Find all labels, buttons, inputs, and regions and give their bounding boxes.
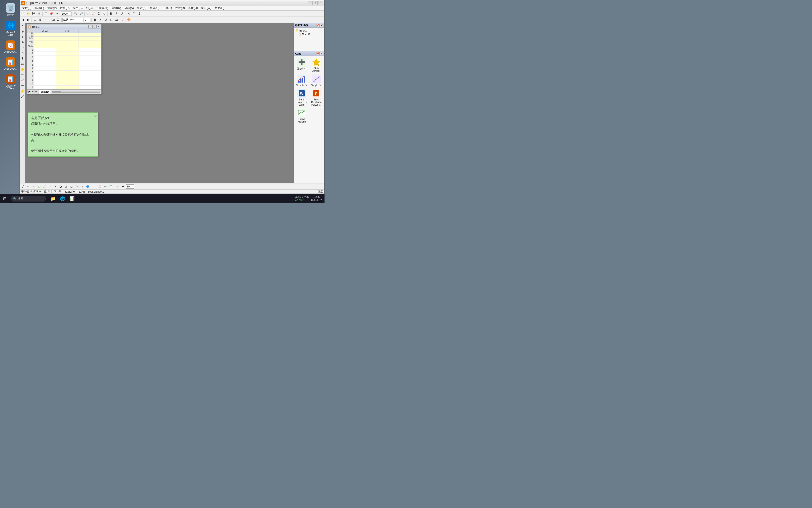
cell-b11[interactable]	[56, 86, 79, 89]
open-file-btn[interactable]: 📂	[26, 11, 31, 16]
pie-chart-btn[interactable]: ◕	[58, 184, 63, 189]
undo-btn[interactable]: ↩	[54, 11, 59, 16]
chart-bar-btn[interactable]: 📊	[85, 11, 90, 16]
x-label-btn[interactable]: X	[126, 11, 131, 16]
simple-fit-item[interactable]: Simple Fit	[309, 74, 323, 87]
zoom-rect-tool[interactable]: ⊕	[20, 29, 25, 34]
menu-edit[interactable]: 编辑(E)	[33, 6, 45, 10]
cell-a1[interactable]	[34, 48, 56, 51]
send-graphs-word-item[interactable]: W Send Graphs to Word	[295, 88, 308, 107]
origin2024-2-icon[interactable]: 📊 Origin2024...	[2, 56, 19, 71]
cell-a10[interactable]	[34, 82, 56, 85]
menu-format[interactable]: 格式(O)	[148, 6, 161, 10]
comments-a[interactable]	[34, 40, 56, 44]
select-tool[interactable]: ↗	[20, 45, 25, 50]
graph-publisher-item[interactable]: Graph Publisher	[295, 108, 308, 124]
cell-b5[interactable]	[56, 63, 79, 67]
sheet-nav-first[interactable]: |◀	[28, 90, 31, 93]
sheet-nav-prev[interactable]: ◀	[31, 90, 34, 93]
send-graphs-ppt-item[interactable]: P Send Graphs to PowerP...	[309, 88, 323, 107]
draw-tool[interactable]: ✏	[20, 72, 25, 77]
grid-btn[interactable]: ⊞	[33, 17, 38, 22]
cell-b6[interactable]	[56, 67, 79, 70]
apps-close-btn[interactable]: ✕	[320, 52, 323, 55]
scatter-btn[interactable]: ⋯	[47, 184, 52, 189]
superscript-btn[interactable]: x²	[109, 17, 114, 22]
cell-b4[interactable]	[56, 59, 79, 63]
column-chart-btn[interactable]: ▪	[53, 184, 58, 189]
units-a[interactable]	[34, 37, 56, 40]
font-family-input[interactable]	[62, 17, 83, 22]
axis-btn[interactable]: ↔	[115, 184, 120, 189]
tooltip-close-btn[interactable]: ✕	[94, 113, 97, 119]
cell-a2[interactable]	[34, 52, 56, 55]
print-btn[interactable]: 🖨	[36, 11, 42, 16]
book1-tree-item[interactable]: 📁 Book1	[295, 29, 323, 32]
menu-tools[interactable]: 工具(T)	[161, 6, 173, 10]
dotted-line-btn[interactable]: ⋯	[26, 184, 31, 189]
scale-value-input[interactable]	[126, 184, 134, 188]
taskbar-edge[interactable]: 🌐	[58, 195, 67, 203]
cell-a4[interactable]	[34, 59, 56, 63]
obj-manager-close-btn[interactable]: ✕	[320, 24, 323, 27]
zoom-in-btn[interactable]: 🔍	[73, 11, 78, 16]
book-minimize-btn[interactable]: —	[88, 25, 92, 29]
bold2-btn[interactable]: B	[92, 17, 97, 22]
cell-b9[interactable]	[56, 78, 79, 82]
sheet1-tree-item[interactable]: 📋 Sheet1	[295, 32, 323, 36]
apps-pin-btn[interactable]: 📌	[316, 52, 319, 55]
zoom-out-btn[interactable]: 🔎	[79, 11, 84, 16]
scatter-tool[interactable]: ⋯	[20, 83, 25, 88]
vector-btn[interactable]: ↕	[80, 184, 85, 189]
cell-a6[interactable]	[34, 67, 56, 70]
crosshair-tool[interactable]: ⊕	[20, 40, 25, 45]
origin2024-1-icon[interactable]: 📈 Origin2024...	[2, 40, 19, 54]
taskbar-file-explorer[interactable]: 📁	[49, 195, 57, 203]
y-label-btn[interactable]: Y	[131, 11, 137, 16]
surface-btn[interactable]: ◻	[69, 184, 74, 189]
recycle-bin-icon[interactable]: 🗑️ 回收站	[2, 2, 19, 17]
menu-view[interactable]: 查看(V)	[46, 6, 58, 10]
rotate-tool[interactable]: ↻	[20, 50, 25, 56]
add-app-item[interactable]: ➕ 添加App	[295, 57, 308, 73]
color-bg-btn[interactable]: 🎨	[126, 17, 131, 22]
cell-b8[interactable]	[56, 74, 79, 78]
menu-data[interactable]: 数据(D)	[58, 6, 71, 10]
cell-b7[interactable]	[56, 71, 79, 74]
nav-back-btn[interactable]: ◀	[20, 17, 26, 22]
cell-b3[interactable]	[56, 55, 79, 59]
stats-advisor-item[interactable]: Stats Advisor	[309, 57, 323, 73]
special-chart-btn[interactable]: 🔷	[85, 184, 90, 189]
menu-settings[interactable]: 设置(R)	[174, 6, 186, 10]
move-tool[interactable]: 🤚	[20, 88, 25, 94]
freehand-btn[interactable]: ✏	[103, 184, 108, 189]
legend-btn[interactable]: 📋	[108, 184, 113, 189]
color-fill-btn[interactable]: A	[121, 17, 126, 22]
menu-worksheet[interactable]: 工作表(K)	[94, 6, 110, 10]
col-b-header[interactable]: B (Y)	[56, 29, 79, 33]
rectangle-tool[interactable]: ▭	[20, 61, 25, 67]
comments-b[interactable]	[56, 40, 79, 44]
subscript-btn[interactable]: x₂	[114, 17, 119, 22]
underline2-btn[interactable]: U	[103, 17, 109, 22]
pan-tool[interactable]: ✛	[20, 34, 25, 40]
menu-graph[interactable]: 绘图(G)	[72, 6, 84, 10]
taskbar-origin[interactable]: 📊	[68, 195, 76, 203]
italic-btn[interactable]: I	[114, 11, 119, 16]
close-button[interactable]: ✕	[318, 1, 323, 5]
cell-b2[interactable]	[56, 52, 79, 55]
new-file-btn[interactable]: 📄	[20, 11, 26, 16]
long-name-a[interactable]	[34, 33, 56, 36]
picker-tool[interactable]: 🖊	[20, 94, 25, 99]
sheet-nav-next[interactable]: ▶	[35, 90, 38, 93]
stats-btn[interactable]: Σ	[96, 11, 101, 16]
filter-btn[interactable]: ▽	[101, 11, 107, 16]
menu-column[interactable]: 列(C)	[84, 6, 94, 10]
taskbar-search-box[interactable]: 🔍 搜索	[11, 196, 46, 202]
sheet-scrollbar[interactable]	[52, 91, 100, 93]
paste-btn[interactable]: 📌	[49, 11, 54, 16]
cell-a5[interactable]	[34, 63, 56, 67]
line-tool-btn[interactable]: ╱	[20, 184, 26, 189]
menu-analysis[interactable]: 分析(A)	[123, 6, 135, 10]
menu-window[interactable]: 窗口(W)	[200, 6, 213, 10]
